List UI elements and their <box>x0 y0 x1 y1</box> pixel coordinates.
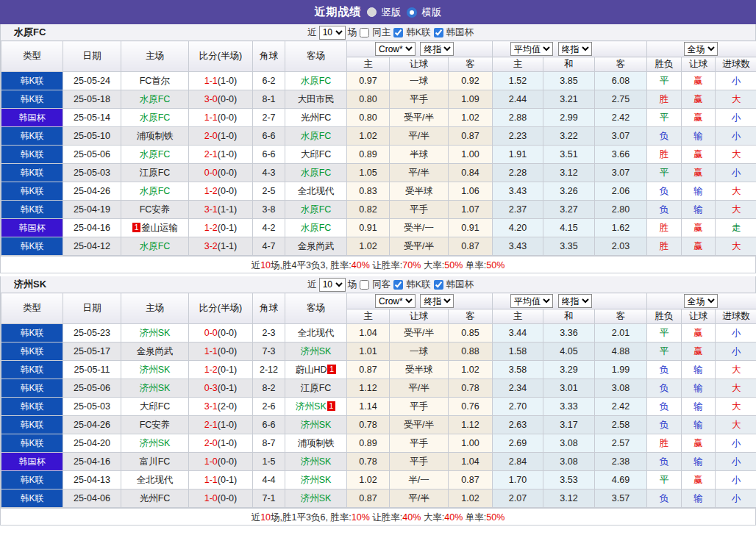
fullmatch-select-group: 全场 <box>647 41 756 57</box>
match-date: 25-05-03 <box>63 164 121 182</box>
league-label[interactable]: 韩K联 <box>406 279 430 291</box>
match-type: 韩K联 <box>1 489 63 508</box>
vertical-layout-label[interactable]: 竖版 <box>382 6 402 19</box>
goals-result-cell: 小 <box>716 109 756 127</box>
goals-result-cell: 小 <box>716 72 756 90</box>
col-home: 主场 <box>121 41 189 72</box>
team-name-text: 釜山运输 <box>141 223 178 233</box>
score-cell: 1-2(0-1) <box>189 219 253 237</box>
cup-checkbox[interactable] <box>434 28 443 37</box>
away-team-cell: 济州SK1 <box>285 398 347 416</box>
avg-draw-cell: 3.27 <box>543 201 595 219</box>
match-date: 25-05-06 <box>63 146 121 164</box>
team-name-text: 水原FC <box>301 204 332 215</box>
handicap-result-cell: 输 <box>682 361 716 379</box>
final-index-select[interactable]: 终指 <box>420 42 454 56</box>
summary-segment: 10 <box>260 260 271 270</box>
average-select[interactable]: 平均值 <box>510 294 553 308</box>
cup-label[interactable]: 韩国杯 <box>446 26 474 39</box>
recent-count-select[interactable]: 10 <box>319 26 346 40</box>
score-cell: 2-1(1-0) <box>189 146 253 164</box>
avg-draw-cell: 3.01 <box>543 379 595 398</box>
col-wdl: 胜负 <box>647 309 682 324</box>
col-type: 类型 <box>1 293 63 324</box>
same-venue-checkbox[interactable] <box>360 28 369 37</box>
odds-source-select[interactable]: Crow* <box>375 42 416 56</box>
recent-count-select[interactable]: 10 <box>319 278 346 292</box>
wdl-result-cell: 负 <box>647 453 682 471</box>
avg-away-cell: 2.01 <box>595 324 647 342</box>
fulltime-score: 3-2 <box>204 241 218 251</box>
match-date: 25-05-11 <box>63 361 121 379</box>
away-odds-cell: 0.85 <box>449 324 493 342</box>
average-select[interactable]: 平均值 <box>510 42 553 56</box>
corner-cell: 2-3 <box>253 324 285 342</box>
col-score: 比分(半场) <box>189 41 253 72</box>
away-odds-cell: 0.87 <box>449 127 493 146</box>
same-venue-checkbox[interactable] <box>360 280 369 290</box>
match-row: 韩K联25-04-06光州FC1-0(0-0)7-1济州SK0.87平/半1.0… <box>1 489 756 508</box>
summary-segment: 10% <box>352 512 370 523</box>
avg-home-cell: 2.07 <box>493 489 543 508</box>
fulltime-score: 1-0 <box>204 456 218 467</box>
halftime-score: (1-0) <box>218 131 237 141</box>
horizontal-layout-label[interactable]: 横版 <box>422 6 442 19</box>
fulltime-score: 0-0 <box>204 168 218 178</box>
corner-cell: 8-7 <box>253 434 285 453</box>
avg-away-cell: 3.57 <box>595 489 647 508</box>
same-venue-label[interactable]: 同客 <box>372 279 391 291</box>
league-checkbox[interactable] <box>393 28 403 37</box>
match-date: 25-05-10 <box>63 127 121 146</box>
handicap-cell: 受平/半 <box>390 324 449 342</box>
home-odds-cell: 1.12 <box>347 379 390 398</box>
home-team-cell: 富川FC <box>121 453 189 471</box>
home-odds-cell: 0.87 <box>347 361 390 379</box>
avg-draw-cell: 3.53 <box>543 471 595 489</box>
away-team-cell: 济州SK <box>285 416 347 434</box>
match-type: 韩K联 <box>1 127 63 146</box>
avg-draw-cell: 3.08 <box>543 434 595 453</box>
team-name-text: 光州FC <box>140 493 171 503</box>
match-type: 韩K联 <box>1 237 63 256</box>
col-avg-draw: 和 <box>543 57 595 72</box>
league-checkbox[interactable] <box>393 280 403 290</box>
handicap-cell: 受半/一 <box>390 219 449 237</box>
team-name-text: 水原FC <box>140 94 171 104</box>
full-match-select[interactable]: 全场 <box>684 294 718 308</box>
full-match-select[interactable]: 全场 <box>684 42 718 56</box>
red-card-badge: 1 <box>327 401 335 411</box>
home-odds-cell: 0.91 <box>347 219 390 237</box>
away-team-cell: 全北现代 <box>285 182 347 201</box>
score-cell: 0-3(0-1) <box>189 379 253 398</box>
score-cell: 1-2(0-1) <box>189 361 253 379</box>
goals-result-cell: 小 <box>716 453 756 471</box>
horizontal-layout-radio[interactable] <box>407 7 417 18</box>
match-row: 韩K联25-05-06水原FC2-1(1-0)6-6大邱FC0.89半球1.00… <box>1 146 756 164</box>
match-type: 韩K联 <box>1 342 63 361</box>
team-name-text: 济州SK <box>301 493 332 503</box>
col-away-odds: 客 <box>449 309 493 324</box>
goals-result-cell: 大 <box>716 398 756 416</box>
corner-cell: 4-7 <box>253 237 285 256</box>
score-cell: 1-1(0-0) <box>189 342 253 361</box>
away-team-cell: 济州SK <box>285 471 347 489</box>
match-row: 韩K联25-04-26水原FC1-2(0-0)2-5全北现代0.83受半球1.0… <box>1 182 756 201</box>
avg-home-cell: 4.20 <box>493 219 543 237</box>
vertical-layout-radio[interactable] <box>367 7 377 17</box>
halftime-score: (0-0) <box>218 168 237 178</box>
avg-final-select[interactable]: 终指 <box>558 294 592 308</box>
team-name-text: 富川FC <box>140 456 171 467</box>
match-row: 韩K联25-05-06济州SK0-3(0-1)8-2江原FC1.12平/半0.7… <box>1 379 756 398</box>
league-label[interactable]: 韩K联 <box>406 26 430 39</box>
final-index-select[interactable]: 终指 <box>420 294 454 308</box>
cup-label[interactable]: 韩国杯 <box>446 279 474 291</box>
same-venue-label[interactable]: 同主 <box>372 26 391 39</box>
match-row: 韩K联25-04-13全北现代1-1(0-1)4-4济州SK1.02半/一0.8… <box>1 471 756 489</box>
avg-home-cell: 2.37 <box>493 201 543 219</box>
cup-checkbox[interactable] <box>434 280 443 290</box>
col-handicap: 让球 <box>390 309 449 324</box>
team-name-text: 水原FC <box>301 168 332 178</box>
match-row: 韩K联25-04-19FC安养3-1(1-1)3-8水原FC0.82平手1.07… <box>1 201 756 219</box>
odds-source-select[interactable]: Crow* <box>375 294 416 308</box>
avg-final-select[interactable]: 终指 <box>558 42 592 56</box>
